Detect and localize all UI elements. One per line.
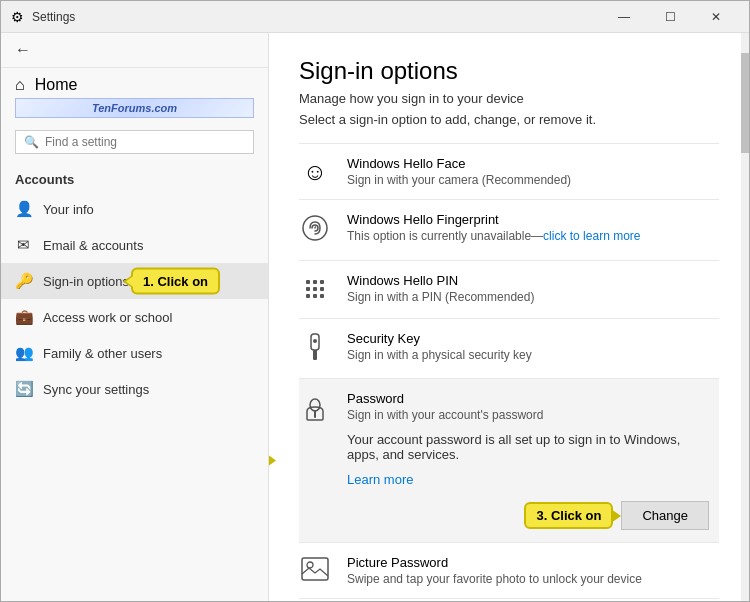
- password-info: Password Sign in with your account's pas…: [347, 391, 719, 530]
- svg-point-12: [313, 339, 317, 343]
- svg-point-13: [310, 399, 320, 411]
- learn-more-link-fingerprint[interactable]: click to learn more: [543, 229, 640, 243]
- pin-desc: Sign in with a PIN (Recommended): [347, 290, 719, 304]
- window-icon: ⚙: [11, 9, 24, 25]
- svg-rect-5: [313, 287, 317, 291]
- picture-password-icon: [299, 555, 331, 586]
- main-content: ← ⌂ Home TenForums.com 🔍 Accounts 👤 Your…: [1, 33, 749, 601]
- svg-point-15: [307, 562, 313, 568]
- svg-rect-14: [302, 558, 328, 580]
- signin-option-fingerprint[interactable]: Windows Hello Fingerprint This option is…: [299, 200, 719, 261]
- sidebar: ← ⌂ Home TenForums.com 🔍 Accounts 👤 Your…: [1, 33, 269, 601]
- picture-password-title: Picture Password: [347, 555, 719, 570]
- sidebar-item-sync-settings[interactable]: 🔄 Sync your settings: [1, 371, 268, 407]
- title-bar-controls: — ☐ ✕: [601, 1, 739, 33]
- settings-window: ⚙ Settings — ☐ ✕ ← ⌂ Home TenForums.com …: [0, 0, 750, 602]
- security-key-icon: [299, 331, 331, 366]
- sidebar-item-label: Access work or school: [43, 310, 172, 325]
- accounts-section-label: Accounts: [1, 162, 268, 191]
- fingerprint-desc: This option is currently unavailable—cli…: [347, 229, 719, 243]
- password-title: Password: [347, 391, 719, 406]
- change-password-button[interactable]: Change: [621, 501, 709, 530]
- security-key-desc: Sign in with a physical security key: [347, 348, 719, 362]
- learn-more-password[interactable]: Learn more: [347, 472, 709, 487]
- picture-password-desc: Swipe and tap your favorite photo to unl…: [347, 572, 719, 586]
- sidebar-item-family-users[interactable]: 👥 Family & other users: [1, 335, 268, 371]
- signin-option-pin[interactable]: Windows Hello PIN Sign in with a PIN (Re…: [299, 261, 719, 319]
- back-button[interactable]: ←: [15, 41, 31, 59]
- home-icon: ⌂: [15, 76, 25, 94]
- page-title: Sign-in options: [299, 57, 719, 85]
- svg-rect-8: [313, 294, 317, 298]
- sync-icon: 🔄: [15, 380, 31, 398]
- email-icon: ✉: [15, 236, 31, 254]
- scrollbar-thumb[interactable]: [741, 53, 749, 153]
- work-icon: 💼: [15, 308, 31, 326]
- sidebar-item-your-info[interactable]: 👤 Your info: [1, 191, 268, 227]
- change-btn-row: 3. Click on Change: [347, 501, 709, 530]
- svg-rect-11: [313, 350, 317, 360]
- page-description: Select a sign-in option to add, change, …: [299, 112, 719, 127]
- svg-rect-2: [313, 280, 317, 284]
- fingerprint-icon: [299, 212, 331, 248]
- close-button[interactable]: ✕: [693, 1, 739, 33]
- password-desc: Sign in with your account's password: [347, 408, 719, 422]
- annotation-3-bubble: 3. Click on: [524, 502, 613, 529]
- sidebar-item-label: Sync your settings: [43, 382, 149, 397]
- fingerprint-info: Windows Hello Fingerprint This option is…: [347, 212, 719, 243]
- sidebar-item-home[interactable]: ⌂ Home: [1, 68, 268, 98]
- window-title: Settings: [32, 10, 75, 24]
- sidebar-item-label: Family & other users: [43, 346, 162, 361]
- search-input[interactable]: [45, 135, 245, 149]
- your-info-icon: 👤: [15, 200, 31, 218]
- watermark: TenForums.com: [15, 98, 254, 118]
- svg-rect-4: [306, 287, 310, 291]
- sidebar-item-label: Sign-in options: [43, 274, 129, 289]
- picture-password-info: Picture Password Swipe and tap your favo…: [347, 555, 719, 586]
- search-icon: 🔍: [24, 135, 39, 149]
- svg-rect-7: [306, 294, 310, 298]
- security-key-title: Security Key: [347, 331, 719, 346]
- face-info: Windows Hello Face Sign in with your cam…: [347, 156, 719, 187]
- sidebar-item-label: Your info: [43, 202, 94, 217]
- fingerprint-title: Windows Hello Fingerprint: [347, 212, 719, 227]
- password-icon: [299, 391, 331, 427]
- security-key-info: Security Key Sign in with a physical sec…: [347, 331, 719, 362]
- sign-in-icon: 🔑: [15, 272, 31, 290]
- maximize-button[interactable]: ☐: [647, 1, 693, 33]
- title-bar-left: ⚙ Settings: [11, 9, 75, 25]
- signin-option-security-key[interactable]: Security Key Sign in with a physical sec…: [299, 319, 719, 379]
- signin-option-password[interactable]: 2. Click on Password Sign in with your a…: [299, 379, 719, 542]
- svg-rect-1: [306, 280, 310, 284]
- signin-option-face[interactable]: ☺ Windows Hello Face Sign in with your c…: [299, 143, 719, 200]
- face-title: Windows Hello Face: [347, 156, 719, 171]
- annotation-1-bubble: 1. Click on: [131, 268, 220, 295]
- password-expanded-note: Your account password is all set up to s…: [347, 432, 709, 462]
- sidebar-item-sign-in-options[interactable]: 🔑 Sign-in options 1. Click on: [1, 263, 268, 299]
- sidebar-item-access-work[interactable]: 💼 Access work or school: [1, 299, 268, 335]
- pin-icon: [299, 273, 331, 306]
- family-icon: 👥: [15, 344, 31, 362]
- signin-option-picture-password[interactable]: Picture Password Swipe and tap your favo…: [299, 542, 719, 599]
- search-box[interactable]: 🔍: [15, 130, 254, 154]
- sidebar-item-email-accounts[interactable]: ✉ Email & accounts: [1, 227, 268, 263]
- face-icon: ☺: [299, 156, 331, 186]
- main-panel: Sign-in options Manage how you sign in t…: [269, 33, 749, 601]
- minimize-button[interactable]: —: [601, 1, 647, 33]
- svg-rect-3: [320, 280, 324, 284]
- page-subtitle: Manage how you sign in to your device: [299, 91, 719, 106]
- svg-rect-9: [320, 294, 324, 298]
- title-bar: ⚙ Settings — ☐ ✕: [1, 1, 749, 33]
- home-label: Home: [35, 76, 78, 94]
- scrollbar[interactable]: [741, 33, 749, 601]
- svg-rect-6: [320, 287, 324, 291]
- nav-top: ←: [1, 33, 268, 68]
- face-desc: Sign in with your camera (Recommended): [347, 173, 719, 187]
- pin-info: Windows Hello PIN Sign in with a PIN (Re…: [347, 273, 719, 304]
- pin-title: Windows Hello PIN: [347, 273, 719, 288]
- sidebar-item-label: Email & accounts: [43, 238, 143, 253]
